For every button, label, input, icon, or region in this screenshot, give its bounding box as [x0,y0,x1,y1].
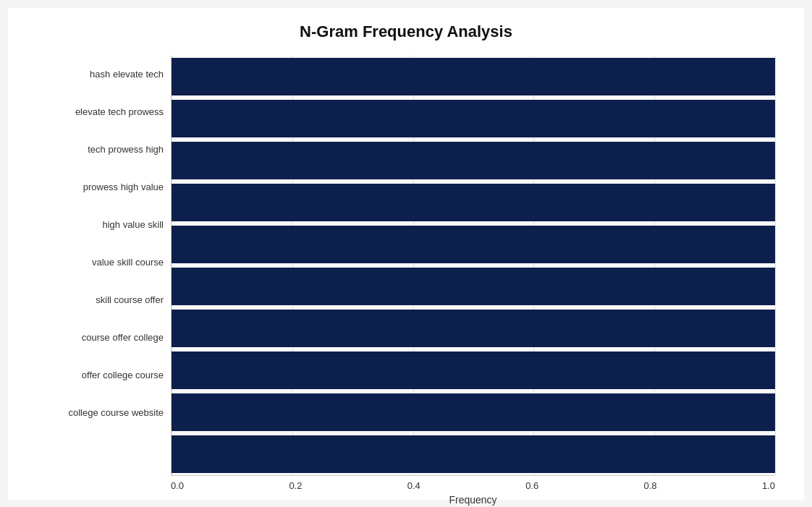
bar [172,184,775,221]
x-tick: 0.8 [644,480,657,491]
y-axis-labels: hash elevate techelevate tech prowesstec… [37,56,171,432]
chart-title: N-Gram Frequency Analysis [37,22,775,41]
grid-line [775,56,776,475]
bar [172,435,775,473]
bar [172,352,775,389]
x-tick: 0.4 [407,480,420,491]
bar-row [172,140,775,182]
bar-row [172,182,775,223]
y-axis-label: tech prowess high [88,145,164,154]
bar-row [172,391,775,433]
y-axis-label: hash elevate tech [90,69,164,79]
x-axis: 0.00.20.40.60.81.0 [171,476,775,491]
bar [172,310,775,347]
y-axis-label: course offer college [82,333,164,342]
chart-container: N-Gram Frequency Analysis hash elevate t… [8,8,804,500]
bar [172,142,775,179]
x-tick: 0.6 [525,480,538,491]
x-tick: 1.0 [762,480,775,491]
y-axis-label: college course website [68,408,164,417]
y-axis-label: high value skill [102,220,164,229]
x-axis-label: Frequency [171,494,775,506]
bar [172,268,775,305]
y-axis-label: skill course offer [96,295,164,304]
bars-area [171,56,775,476]
y-axis-label: prowess high value [83,182,164,192]
bar-row [172,56,775,98]
x-tick: 0.2 [289,480,302,491]
bar-row [172,307,775,349]
bar-row [172,223,775,265]
bar-row [172,265,775,307]
bar [172,393,775,431]
y-axis-label: value skill course [92,257,164,267]
bar [172,226,775,263]
y-axis-label: elevate tech prowess [75,107,164,116]
bar [172,100,775,137]
chart-area: hash elevate techelevate tech prowesstec… [37,56,775,432]
bar-row [172,349,775,391]
bar-row [172,433,775,475]
bar [172,58,775,95]
bar-row [172,98,775,140]
x-tick: 0.0 [171,480,184,491]
bars-and-x: 0.00.20.40.60.81.0 Frequency [171,56,775,432]
y-axis-label: offer college course [82,370,164,380]
